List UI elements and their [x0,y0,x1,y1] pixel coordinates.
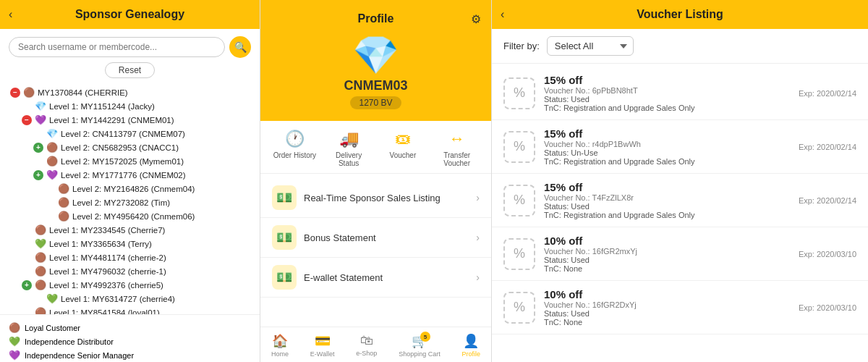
member-label: Level 2: MY1572025 (Mymem01) [61,157,184,166]
reset-button[interactable]: Reset [105,62,155,78]
expand-badge[interactable]: + [22,280,32,290]
member-gem-icon: 💜 [35,114,46,125]
menu-item-label: Real-Time Sponsor Sales Listing [304,193,469,203]
voucher-expiry: Exp: 2020/03/10 [799,250,856,258]
profile-action-icon: ↔ [449,130,465,148]
voucher-list: %15% offVoucher No.: 6pPbBN8htTStatus: U… [492,64,868,362]
nav-item-shopping-cart[interactable]: 🛒5Shopping Cart [399,333,441,358]
voucher-item[interactable]: %15% offVoucher No.: T4FzZlLX8rStatus: U… [492,174,868,227]
voucher-tnc: TnC: Registration and Upgrade Sales Only [544,211,790,219]
nav-item-e-wallet[interactable]: 💳E-Wallet [310,333,335,358]
legend-item: 💚Independence Distributor [9,334,251,348]
nav-icon-wrap: 🏠 [272,333,288,349]
tree-item[interactable]: +💜Level 2: MY1771776 (CNMEM02) [7,168,252,182]
panel3-title: Voucher Listing [637,8,723,21]
voucher-status: Status: Un-Use [544,148,790,157]
settings-icon[interactable]: ⚙ [471,12,481,26]
profile-action-item[interactable]: ↔Transfer Voucher [435,130,479,167]
tree-item[interactable]: 🟤Level 2: MY2164826 (Cnmem04) [7,182,252,195]
member-gem-icon: 🟤 [58,211,69,222]
member-gem-icon: 💜 [46,169,58,180]
profile-action-item[interactable]: 🎟Voucher [381,130,425,167]
profile-actions: 🕐Order History🚚Delivery Status🎟Voucher↔T… [260,121,491,174]
tree-item[interactable]: +🟤Level 1: MY4992376 (cherrie5) [7,278,252,292]
profile-menu-item[interactable]: 💵Bonus Statement› [260,218,491,258]
filter-select[interactable]: Select AllUsedUn-UseExpired [547,36,634,56]
voucher-expiry: Exp: 2020/02/14 [799,143,856,151]
voucher-info: 15% offVoucher No.: 6pPbBN8htTStatus: Us… [544,74,790,112]
collapse-badge[interactable]: − [22,115,32,125]
voucher-icon: % [503,292,535,324]
tree-item[interactable]: 🟤Level 1: MY4481174 (cherrie-2) [7,251,252,264]
menu-item-icon: 💵 [272,185,297,210]
tree-item[interactable]: 🟤Level 2: MY4956420 (Cnmem06) [7,209,252,223]
nav-item-profile[interactable]: 👤Profile [462,333,481,358]
panel1-back-button[interactable]: ‹ [9,8,12,21]
menu-item-arrow-icon: › [476,192,480,203]
profile-action-item[interactable]: 🕐Order History [273,130,316,167]
nav-icon-wrap: 💳 [315,333,331,349]
member-gem-icon: 🟤 [35,307,46,314]
tree-item[interactable]: −💜Level 1: MY1442291 (CNMEM01) [7,113,252,127]
menu-item-arrow-icon: › [476,272,480,283]
expand-badge[interactable]: + [33,170,43,180]
voucher-expiry: Exp: 2020/03/10 [799,303,856,312]
tree-item[interactable]: 💚Level 1: MY3365634 (Terry) [7,237,252,251]
legend-gem-icon: 💚 [9,336,20,347]
profile-menu-item[interactable]: 💵E-wallet Statement› [260,258,491,298]
search-button[interactable]: 🔍 [229,36,251,58]
legend-gem-icon: 🟤 [9,322,20,333]
voucher-item[interactable]: %10% offVoucher No.: 16fGR2mxYjStatus: U… [492,227,868,281]
member-label: Level 2: MY2164826 (Cnmem04) [72,185,195,193]
tree-item[interactable]: 🟤Level 2: MY2732082 (Tim) [7,195,252,209]
tree-item[interactable]: 🟤Level 1: MY2334545 (Cherrie7) [7,223,252,237]
voucher-discount: 10% off [544,288,790,300]
voucher-status: Status: Used [544,202,790,211]
legend-item: 🟤Loyal Customer [9,321,251,334]
voucher-tnc: TnC: None [544,264,790,273]
profile-menu-item[interactable]: 💵Real-Time Sponsor Sales Listing› [260,178,491,218]
tree-item[interactable]: 💎Level 1: MY1151244 (Jacky) [7,99,252,113]
voucher-discount: 10% off [544,235,790,247]
member-gem-icon: 💚 [35,238,46,249]
voucher-status: Status: Used [544,309,790,318]
nav-item-home[interactable]: 🏠Home [271,333,289,358]
profile-action-item[interactable]: 🚚Delivery Status [327,130,370,167]
member-gem-icon: 💎 [35,101,46,111]
tree-item[interactable]: 🟤Level 2: MY1572025 (Mymem01) [7,154,252,168]
filter-row: Filter by: Select AllUsedUn-UseExpired [492,29,868,64]
profile-action-label: Delivery Status [327,151,370,167]
collapse-badge[interactable]: − [10,88,20,98]
voucher-tnc: TnC: Registration and Upgrade Sales Only [544,104,790,112]
profile-title: Profile [358,12,394,25]
voucher-item[interactable]: %10% offVoucher No.: 16fGR2DxYjStatus: U… [492,281,868,334]
tree-item[interactable]: 🟤Level 1: MY8541584 (loyal01) [7,306,252,314]
voucher-number: Voucher No.: 16fGR2mxYj [544,247,790,256]
panel1-header: ‹ Sponsor Genealogy [0,0,260,29]
member-label: Level 1: MY4992376 (cherrie5) [49,281,163,290]
voucher-tnc: TnC: None [544,318,790,327]
tree-item[interactable]: −🟤MY1370844 (CHERRIE) [7,85,252,99]
tree-item[interactable]: 💚Level 1: MY6314727 (cherrie4) [7,292,252,306]
tree-item[interactable]: 🟤Level 1: MY4796032 (cherrie-1) [7,264,252,278]
nav-icon: 🏠 [272,334,288,348]
profile-header: Profile ⚙ 💎 CNMEM03 1270 BV [260,0,491,121]
voucher-item[interactable]: %15% offVoucher No.: 6pPbBN8htTStatus: U… [492,67,868,120]
member-gem-icon: 💚 [46,293,58,304]
tree-item[interactable]: 💎Level 2: CN4113797 (CNMEM07) [7,127,252,140]
search-input[interactable] [9,37,225,57]
member-gem-icon: 🟤 [35,224,46,235]
voucher-item[interactable]: %15% offVoucher No.: r4dpP1BwWhStatus: U… [492,120,868,174]
member-label: Level 2: MY1771776 (CNMEM02) [61,171,186,180]
menu-item-label: Bonus Statement [304,232,469,243]
member-label: Level 2: MY4956420 (Cnmem06) [72,212,195,221]
nav-item-e-shop[interactable]: 🛍e-Shop [356,333,377,358]
profile-action-icon: 🕐 [285,130,305,148]
nav-icon-wrap: 👤 [463,333,479,349]
member-gem-icon: 🟤 [58,183,69,194]
panel3-back-button[interactable]: ‹ [501,8,504,21]
voucher-info: 15% offVoucher No.: T4FzZlLX8rStatus: Us… [544,181,790,219]
tree-item[interactable]: +🟤Level 2: CN5682953 (CNACC1) [7,140,252,154]
expand-badge[interactable]: + [33,143,43,153]
voucher-discount: 15% off [544,127,790,140]
